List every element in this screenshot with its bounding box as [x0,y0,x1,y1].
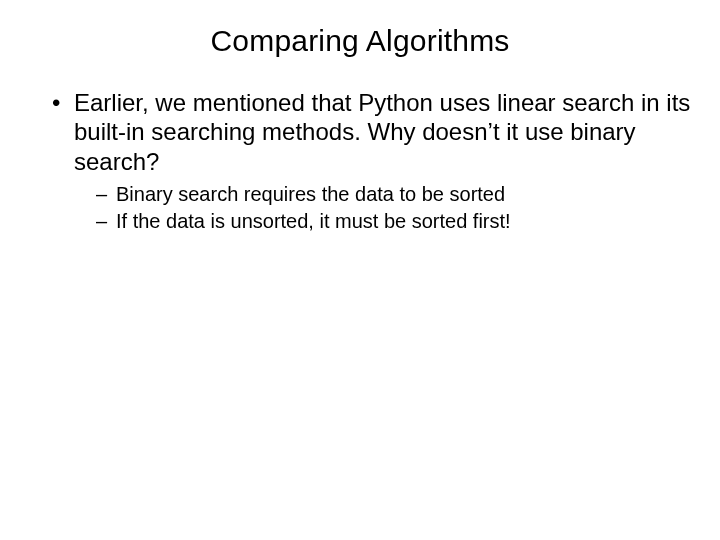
bullet-text: Earlier, we mentioned that Python uses l… [74,89,690,175]
subbullet-text: Binary search requires the data to be so… [116,183,505,205]
list-item: Earlier, we mentioned that Python uses l… [52,88,692,235]
list-item: Binary search requires the data to be so… [96,182,692,208]
slide-title: Comparing Algorithms [28,24,692,58]
bullet-list-level1: Earlier, we mentioned that Python uses l… [28,88,692,235]
list-item: If the data is unsorted, it must be sort… [96,209,692,235]
subbullet-text: If the data is unsorted, it must be sort… [116,210,511,232]
bullet-list-level2: Binary search requires the data to be so… [74,182,692,235]
